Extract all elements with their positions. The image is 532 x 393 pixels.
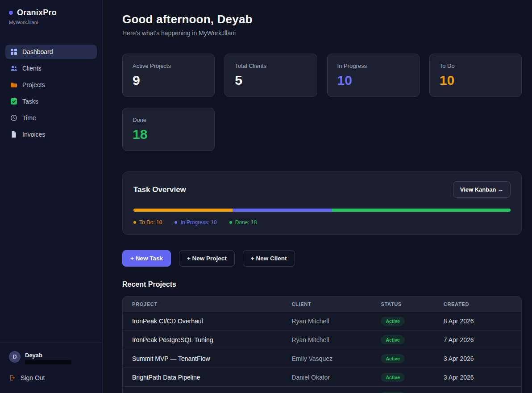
legend-item-in-progress: In Progress: 10 (175, 219, 216, 226)
table-header-row: PROJECT CLIENT STATUS CREATED (123, 297, 521, 311)
progress-segment-in-progress (233, 209, 332, 212)
clock-icon (10, 114, 17, 121)
sidebar-item-label: Time (22, 114, 36, 121)
sign-out-label: Sign Out (21, 374, 45, 381)
column-header-status: STATUS (381, 301, 443, 307)
stat-card-total-clients: Total Clients 5 (224, 54, 317, 97)
app-logo: OranixPro (5, 8, 97, 17)
status-badge: Active (381, 373, 405, 382)
progress-segment-done (332, 209, 511, 212)
stat-card-in-progress: In Progress 10 (327, 54, 420, 97)
project-name: Summit MVP — TenantFlow (132, 355, 291, 362)
tasks-icon (10, 98, 17, 105)
sidebar-item-projects[interactable]: Projects (5, 78, 97, 92)
client-name: Ryan Mitchell (291, 318, 381, 325)
created-date: 3 Apr 2026 (444, 355, 512, 362)
column-header-client: CLIENT (291, 301, 381, 307)
client-name: Ryan Mitchell (291, 336, 381, 343)
stat-label: Active Projects (133, 63, 204, 69)
sidebar-item-label: Clients (22, 65, 42, 72)
table-row[interactable]: IronPeak CI/CD Overhaul Ryan Mitchell Ac… (123, 311, 521, 330)
created-date: 7 Apr 2026 (444, 336, 512, 343)
stat-label: To Do (440, 63, 511, 69)
sidebar-item-label: Dashboard (22, 48, 53, 55)
new-task-button[interactable]: + New Task (122, 250, 171, 267)
sidebar-item-tasks[interactable]: Tasks (5, 94, 97, 109)
table-row[interactable]: BrightPath Data Pipeline Daniel Okafor A… (123, 368, 521, 386)
task-legend: To Do: 10 In Progress: 10 Done: 18 (133, 219, 511, 226)
recent-projects-table: PROJECT CLIENT STATUS CREATED IronPeak C… (122, 296, 522, 393)
done-dot-icon (229, 221, 232, 224)
sidebar-user-section: D Deyab Sign Out (0, 343, 102, 393)
invoice-icon (10, 131, 17, 138)
stat-card-to-do: To Do 10 (429, 54, 522, 97)
legend-label: Done: 18 (235, 219, 257, 226)
stat-card-done: Done 18 (122, 108, 215, 151)
sidebar-item-dashboard[interactable]: Dashboard (5, 45, 97, 59)
task-overview-title: Task Overview (133, 185, 186, 194)
app-root: OranixPro MyWorkJllani Dashboard Clients (0, 0, 532, 393)
new-client-button[interactable]: + New Client (243, 250, 295, 267)
avatar: D (9, 351, 21, 363)
app-name: OranixPro (17, 8, 57, 17)
stat-value: 10 (337, 73, 409, 88)
created-date: 3 Apr 2026 (444, 374, 512, 381)
workspace-name: MyWorkJllani (5, 20, 97, 25)
sidebar-nav: Dashboard Clients Projects Tasks (5, 45, 97, 142)
stat-value: 5 (235, 73, 307, 88)
stat-card-active-projects: Active Projects 9 (122, 54, 215, 97)
new-project-button[interactable]: + New Project (179, 250, 235, 267)
stats-grid: Active Projects 9 Total Clients 5 In Pro… (122, 54, 522, 151)
user-row: D Deyab (9, 351, 93, 364)
client-name: Emily Vasquez (291, 355, 381, 362)
stat-value: 18 (133, 127, 204, 142)
table-row[interactable]: IronPeak PostgreSQL Tuning Ryan Mitchell… (123, 330, 521, 349)
status-badge: Active (381, 354, 405, 363)
project-name: IronPeak PostgreSQL Tuning (132, 336, 291, 343)
column-header-project: PROJECT (132, 301, 291, 307)
in-progress-dot-icon (175, 221, 177, 224)
table-row[interactable]: Summit MVP — TenantFlow Emily Vasquez Ac… (123, 349, 521, 368)
sidebar-item-label: Invoices (22, 131, 45, 138)
sidebar-item-clients[interactable]: Clients (5, 61, 97, 75)
column-header-created: CREATED (444, 301, 512, 307)
view-kanban-button[interactable]: View Kanban → (453, 181, 511, 198)
quick-actions: + New Task + New Project + New Client (122, 250, 522, 267)
logo-dot-icon (9, 11, 13, 15)
sidebar-item-label: Projects (22, 81, 45, 88)
sign-out-button[interactable]: Sign Out (9, 374, 93, 381)
user-name: Deyab (25, 351, 71, 359)
created-date: 8 Apr 2026 (444, 318, 512, 325)
table-row[interactable]: BrightPath Fleet Tracker Daniel Okafor A… (123, 386, 521, 393)
todo-dot-icon (133, 221, 136, 224)
client-name: Daniel Okafor (291, 374, 381, 381)
page-title: Good afternoon, Deyab (122, 13, 522, 26)
project-name: BrightPath Data Pipeline (132, 374, 291, 381)
user-email-redacted (25, 360, 71, 364)
sidebar-item-time[interactable]: Time (5, 111, 97, 125)
logout-icon (9, 375, 15, 381)
clients-icon (10, 65, 17, 72)
status-badge: Active (381, 392, 405, 393)
stat-value: 10 (440, 73, 511, 88)
legend-item-todo: To Do: 10 (133, 219, 162, 226)
progress-segment-to-do (133, 209, 233, 212)
project-name: IronPeak CI/CD Overhaul (132, 318, 291, 325)
task-progress-bar (133, 209, 511, 212)
stat-label: Done (133, 117, 204, 123)
sidebar: OranixPro MyWorkJllani Dashboard Clients (0, 0, 103, 393)
stat-label: Total Clients (235, 63, 307, 69)
legend-label: To Do: 10 (139, 219, 162, 226)
dashboard-icon (10, 48, 17, 55)
stat-value: 9 (133, 73, 204, 88)
folder-icon (10, 81, 17, 88)
legend-label: In Progress: 10 (180, 219, 216, 226)
stat-label: In Progress (337, 63, 409, 69)
task-overview-card: Task Overview View Kanban → To Do: 10 In… (122, 171, 522, 235)
recent-projects-title: Recent Projects (122, 280, 522, 288)
status-badge: Active (381, 317, 405, 326)
legend-item-done: Done: 18 (229, 219, 257, 226)
sidebar-item-invoices[interactable]: Invoices (5, 127, 97, 142)
sidebar-item-label: Tasks (22, 98, 38, 105)
status-badge: Active (381, 335, 405, 344)
